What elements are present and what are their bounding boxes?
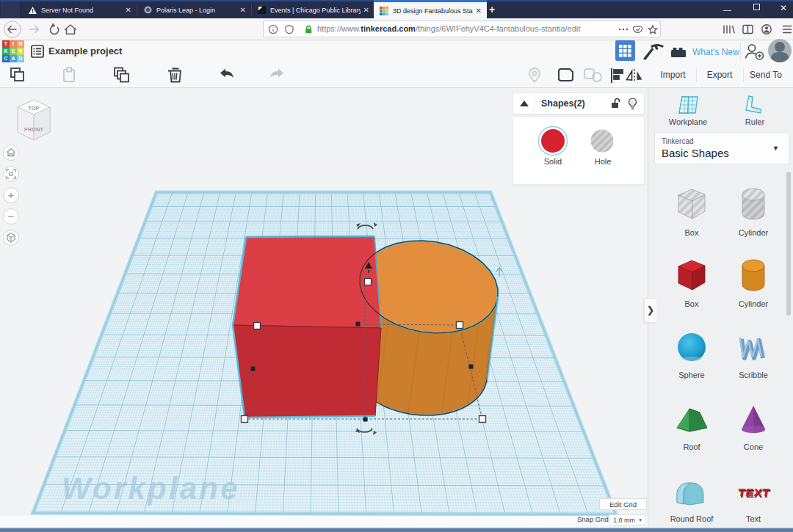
svg-text:TOP: TOP — [28, 105, 39, 112]
svg-text:Workplane: Workplane — [62, 471, 240, 506]
svg-text:FRONT: FRONT — [24, 126, 43, 133]
svg-text:TEXT: TEXT — [737, 487, 771, 498]
